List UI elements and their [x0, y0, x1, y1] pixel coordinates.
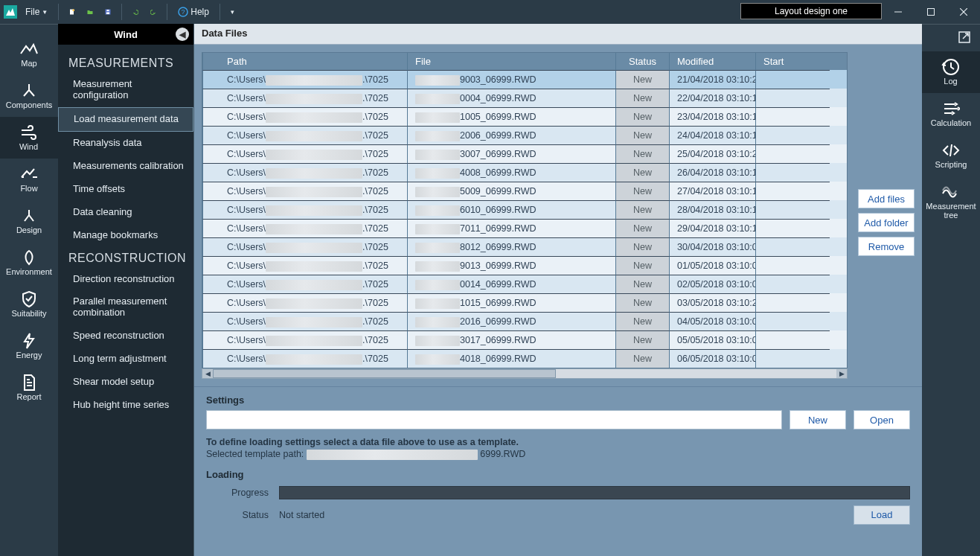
right-rail-item-log[interactable]: Log	[922, 51, 980, 93]
table-row[interactable]: C:\Users\.\70253007_06999.RWDNew25/04/20…	[202, 144, 847, 163]
module-side-panel: Wind ◀ MEASUREMENTSMeasurement configura…	[58, 24, 193, 556]
side-item-speed-recon[interactable]: Speed reconstruction	[58, 325, 193, 348]
side-item-lta[interactable]: Long term adjustment	[58, 348, 193, 371]
redo-icon[interactable]	[146, 4, 161, 19]
help-menu[interactable]: ? Help	[173, 4, 214, 19]
col-status[interactable]: Status	[615, 53, 669, 70]
table-row[interactable]: C:\Users\.\70254018_06999.RWDNew06/05/20…	[202, 349, 847, 368]
pop-out-icon[interactable]	[958, 31, 974, 47]
rail-item-map[interactable]: Map	[0, 33, 58, 75]
cell-modified: 23/04/2018 03:10:14	[669, 107, 755, 126]
save-icon[interactable]	[100, 4, 115, 19]
table-body[interactable]: C:\Users\.\70259003_06999.RWDNew21/04/20…	[202, 70, 847, 368]
col-start[interactable]: Start	[755, 53, 830, 70]
window-minimize-button[interactable]	[882, 0, 915, 24]
table-row[interactable]: C:\Users\.\70251015_06999.RWDNew03/05/20…	[202, 293, 847, 312]
undo-icon[interactable]	[128, 4, 143, 19]
cell-modified: 03/05/2018 03:10:22	[669, 293, 755, 312]
add-folder-button[interactable]: Add folder	[858, 213, 915, 232]
cell-file: 0004_06999.RWD	[407, 89, 615, 107]
table-row[interactable]: C:\Users\.\70252006_06999.RWDNew24/04/20…	[202, 126, 847, 144]
window-maximize-button[interactable]	[915, 0, 947, 24]
col-path[interactable]: Path	[202, 53, 407, 70]
energy-icon	[19, 333, 39, 349]
side-item-shear[interactable]: Shear model setup	[58, 371, 193, 394]
scroll-thumb[interactable]	[213, 369, 556, 378]
side-item-bookmarks[interactable]: Manage bookmarks	[58, 224, 193, 247]
window-close-button[interactable]	[947, 0, 980, 24]
side-item-load-meas[interactable]: Load measurement data	[58, 107, 193, 132]
svg-rect-0	[4, 5, 17, 19]
table-row[interactable]: C:\Users\.\70251005_06999.RWDNew23/04/20…	[202, 107, 847, 126]
side-item-hubts[interactable]: Hub height time series	[58, 394, 193, 417]
scroll-right-icon[interactable]: ▶	[836, 369, 847, 378]
rail-item-energy[interactable]: Energy	[0, 325, 58, 367]
side-item-par-meas[interactable]: Parallel measurement combination	[58, 290, 193, 325]
table-row[interactable]: C:\Users\.\70250004_06999.RWDNew22/04/20…	[202, 89, 847, 107]
remove-button[interactable]: Remove	[858, 237, 915, 256]
open-folder-icon[interactable]	[83, 4, 97, 19]
table-row[interactable]: C:\Users\.\70259013_06999.RWDNew01/05/20…	[202, 256, 847, 275]
rail-item-label: Flow	[20, 184, 37, 193]
layout-name-field[interactable]: Layout design one	[740, 3, 882, 19]
loading-heading: Loading	[206, 469, 910, 480]
table-header-row: Path File Status Modified Start	[202, 53, 847, 70]
qat-dropdown-icon[interactable]: ▾	[226, 6, 239, 18]
table-row[interactable]: C:\Users\.\70252016_06999.RWDNew04/05/20…	[202, 312, 847, 330]
side-item-data-cleaning[interactable]: Data cleaning	[58, 201, 193, 224]
side-item-reanalysis[interactable]: Reanalysis data	[58, 132, 193, 155]
cell-start	[755, 107, 830, 126]
table-row[interactable]: C:\Users\.\70250014_06999.RWDNew02/05/20…	[202, 275, 847, 293]
cell-status: New	[615, 219, 669, 237]
rail-item-design[interactable]: Design	[0, 200, 58, 242]
table-row[interactable]: C:\Users\.\70254008_06999.RWDNew26/04/20…	[202, 163, 847, 182]
cell-status: New	[615, 126, 669, 144]
rail-item-environment[interactable]: Environment	[0, 242, 58, 284]
rail-item-wind[interactable]: Wind	[0, 117, 58, 159]
cell-file: 2016_06999.RWD	[407, 312, 615, 330]
cell-start	[755, 275, 830, 293]
selected-template-path: Selected template path: 6999.RWD	[206, 449, 910, 460]
file-menu[interactable]: File ▼	[21, 4, 52, 19]
rail-item-components[interactable]: Components	[0, 75, 58, 117]
right-rail-item-meas-tree[interactable]: Measurement tree	[922, 176, 980, 227]
cell-modified: 24/04/2018 03:10:12	[669, 126, 755, 144]
app-logo-icon	[3, 4, 18, 19]
rail-item-report[interactable]: Report	[0, 367, 58, 409]
right-rail-item-scripting[interactable]: Scripting	[922, 135, 980, 176]
table-row[interactable]: C:\Users\.\70258012_06999.RWDNew30/04/20…	[202, 237, 847, 256]
table-row[interactable]: C:\Users\.\70259003_06999.RWDNew21/04/20…	[202, 70, 847, 89]
cell-status: New	[615, 70, 669, 89]
table-row[interactable]: C:\Users\.\70256010_06999.RWDNew28/04/20…	[202, 200, 847, 219]
settings-hint-text: To define loading settings select a data…	[206, 437, 910, 447]
settings-path-input[interactable]	[206, 410, 782, 429]
cell-status: New	[615, 349, 669, 368]
side-group-title: RECONSTRUCTION	[58, 247, 193, 268]
settings-new-button[interactable]: New	[790, 410, 846, 429]
table-row[interactable]: C:\Users\.\70255009_06999.RWDNew27/04/20…	[202, 182, 847, 200]
col-modified[interactable]: Modified	[669, 53, 755, 70]
cell-start	[755, 349, 830, 368]
load-button[interactable]: Load	[854, 505, 910, 525]
rail-item-suitability[interactable]: Suitability	[0, 284, 58, 325]
scroll-left-icon[interactable]: ◀	[202, 369, 213, 378]
collapse-panel-button[interactable]: ◀	[176, 28, 189, 41]
cell-start	[755, 293, 830, 312]
side-item-meas-cal[interactable]: Measurements calibration	[58, 155, 193, 178]
environment-icon	[19, 249, 39, 266]
cell-start	[755, 182, 830, 200]
right-rail-item-calculation[interactable]: Calculation	[922, 93, 980, 135]
new-file-icon[interactable]	[65, 4, 80, 19]
table-row[interactable]: C:\Users\.\70257011_06999.RWDNew29/04/20…	[202, 219, 847, 237]
rail-item-label: Report	[16, 392, 41, 401]
col-file[interactable]: File	[407, 53, 615, 70]
rail-item-flow[interactable]: Flow	[0, 159, 58, 200]
rail-item-label: Environment	[6, 267, 52, 276]
table-row[interactable]: C:\Users\.\70253017_06999.RWDNew05/05/20…	[202, 330, 847, 349]
side-item-meas-config[interactable]: Measurement configuration	[58, 73, 193, 107]
table-horizontal-scrollbar[interactable]: ◀ ▶	[202, 368, 848, 379]
side-item-time-offsets[interactable]: Time offsets	[58, 178, 193, 201]
settings-open-button[interactable]: Open	[854, 410, 910, 429]
side-item-dir-recon[interactable]: Direction reconstruction	[58, 268, 193, 291]
add-files-button[interactable]: Add files	[858, 189, 915, 208]
